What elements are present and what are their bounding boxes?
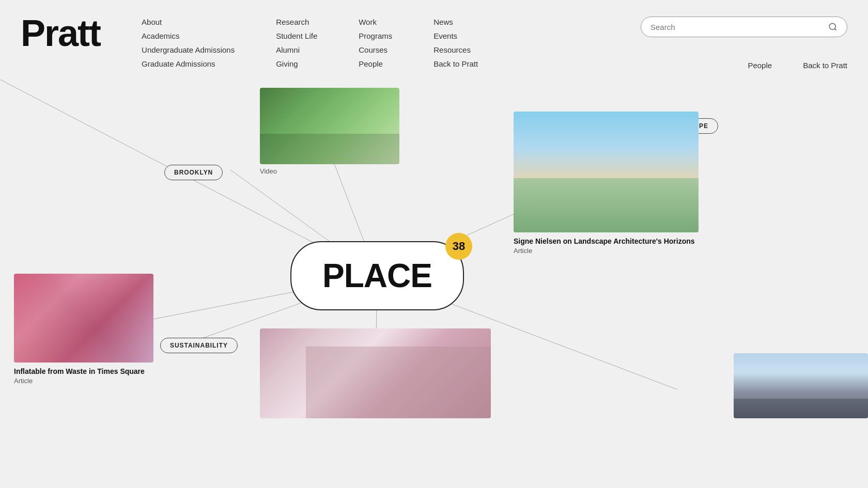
inflatable-article-type: Article <box>14 377 153 385</box>
search-container <box>641 14 847 37</box>
fashion-photo <box>260 328 491 418</box>
inflatable-article-card[interactable]: Inflatable from Waste in Times Square Ar… <box>14 274 153 385</box>
brooklyn-tag[interactable]: BROOKLYN <box>164 165 223 180</box>
nav-student-life[interactable]: Student Life <box>276 30 317 41</box>
nav-resources[interactable]: Resources <box>433 44 478 55</box>
nav-news[interactable]: News <box>433 17 478 27</box>
landscape-article-title: Signe Nielsen on Landscape Architecture'… <box>514 237 699 246</box>
nav-programs[interactable]: Programs <box>359 30 392 41</box>
nav-work[interactable]: Work <box>359 17 392 27</box>
main-area: PLACE 38 BROOKLYN LANDSCAPE SUSTAINABILI… <box>0 80 868 472</box>
svg-point-0 <box>829 23 835 29</box>
main-nav: About Academics Undergraduate Admissions… <box>142 14 610 69</box>
logo[interactable]: Pratt <box>21 14 100 52</box>
nav-back-to-pratt[interactable]: Back to Pratt <box>433 58 478 69</box>
place-label: PLACE <box>322 257 432 295</box>
landscape-article-card[interactable]: Signe Nielsen on Landscape Architecture'… <box>514 112 699 255</box>
search-input[interactable] <box>650 23 823 32</box>
sustainability-tag[interactable]: SUSTAINABILITY <box>160 338 238 353</box>
place-count-badge: 38 <box>445 233 472 260</box>
park-video-card[interactable]: Video <box>260 88 399 175</box>
nav-col-work: Work Programs Courses People <box>359 17 392 69</box>
inflatable-article-title: Inflatable from Waste in Times Square <box>14 367 153 376</box>
nav-col-news: News Events Resources Back to Pratt <box>433 17 478 69</box>
search-icon <box>828 22 838 32</box>
nav-courses[interactable]: Courses <box>359 44 392 55</box>
search-box[interactable] <box>641 17 847 37</box>
fashion-card[interactable] <box>260 328 491 418</box>
nav-research[interactable]: Research <box>276 17 317 27</box>
nav-grad-admissions[interactable]: Graduate Admissions <box>142 58 235 69</box>
nav-people[interactable]: People <box>359 58 392 69</box>
nav-events[interactable]: Events <box>433 30 478 41</box>
nav-col-about: About Academics Undergraduate Admissions… <box>142 17 235 69</box>
nav-about[interactable]: About <box>142 17 235 27</box>
park-video-photo <box>260 88 399 164</box>
landscape-photo <box>514 112 699 232</box>
inflatable-photo <box>14 274 153 363</box>
nav-col-research: Research Student Life Alumni Giving <box>276 17 317 69</box>
place-node[interactable]: PLACE 38 <box>290 241 464 310</box>
nav-alumni[interactable]: Alumni <box>276 44 317 55</box>
bridge-photo <box>734 353 868 418</box>
park-video-label: Video <box>260 167 399 175</box>
nav-undergrad-admissions[interactable]: Undergraduate Admissions <box>142 44 235 55</box>
landscape-article-type: Article <box>514 247 699 255</box>
header: Pratt About Academics Undergraduate Admi… <box>0 0 868 80</box>
svg-line-1 <box>834 28 836 30</box>
bridge-card[interactable] <box>734 353 868 418</box>
nav-giving[interactable]: Giving <box>276 58 317 69</box>
nav-academics[interactable]: Academics <box>142 30 235 41</box>
